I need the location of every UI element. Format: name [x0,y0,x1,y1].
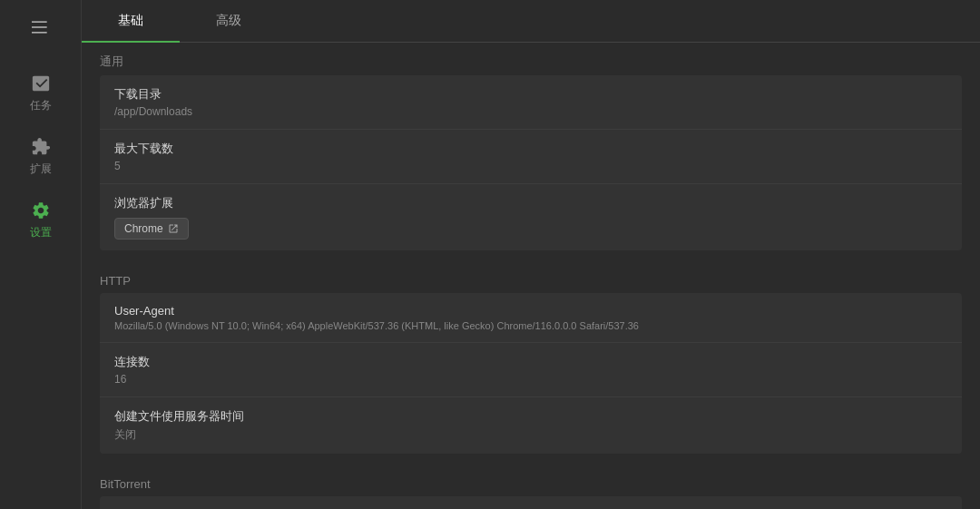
download-dir-row: 下载目录 /app/Downloads [100,75,962,130]
http-settings-group: User-Agent Mozilla/5.0 (Windows NT 10.0;… [100,293,962,454]
max-downloads-label: 最大下载数 [114,141,947,157]
settings-content: 通用 下载目录 /app/Downloads 最大下载数 5 浏览器扩展 Chr… [82,43,980,509]
settings-icon [30,200,52,221]
connections-value: 16 [114,373,947,386]
sidebar: 任务 扩展 设置 [0,0,82,509]
sidebar-item-tasks-label: 任务 [30,98,52,113]
svg-rect-1 [32,26,47,28]
sidebar-item-settings[interactable]: 设置 [9,191,73,250]
sidebar-item-tasks[interactable]: 任务 [9,64,73,122]
server-time-value: 关闭 [114,427,947,443]
chrome-button[interactable]: Chrome [114,218,189,240]
bittorrent-section-title: BitTorrent [100,466,962,496]
connections-row: 连接数 16 [100,343,962,397]
main-content: 基础 高级 通用 下载目录 /app/Downloads 最大下载数 5 浏览器… [82,0,980,509]
max-downloads-row: 最大下载数 5 [100,130,962,184]
task-icon [30,73,52,94]
chrome-button-label: Chrome [124,222,163,235]
extension-icon [30,136,52,158]
http-section-title: HTTP [100,263,962,293]
sidebar-item-settings-label: 设置 [30,225,52,240]
port-row: 端口 0 [100,496,962,509]
download-dir-label: 下载目录 [114,86,947,103]
user-agent-label: User-Agent [114,304,947,318]
download-dir-value: /app/Downloads [114,105,947,118]
max-downloads-value: 5 [114,160,947,172]
external-link-icon [168,223,179,234]
tab-advanced[interactable]: 高级 [180,0,278,42]
browser-extension-label: 浏览器扩展 [114,195,947,211]
general-section-title: 通用 [100,43,962,75]
bittorrent-settings-group: 端口 0 [100,496,962,509]
server-time-row: 创建文件使用服务器时间 关闭 [100,397,962,454]
general-settings-group: 下载目录 /app/Downloads 最大下载数 5 浏览器扩展 Chrome [100,75,962,250]
tab-basic[interactable]: 基础 [82,0,180,42]
sidebar-item-extensions[interactable]: 扩展 [9,127,73,186]
tab-bar: 基础 高级 [82,0,980,43]
user-agent-row: User-Agent Mozilla/5.0 (Windows NT 10.0;… [100,293,962,343]
svg-rect-0 [32,21,47,23]
user-agent-value: Mozilla/5.0 (Windows NT 10.0; Win64; x64… [114,320,947,331]
sidebar-item-extensions-label: 扩展 [30,162,52,177]
svg-rect-2 [32,32,47,34]
menu-icon[interactable] [23,9,59,45]
server-time-label: 创建文件使用服务器时间 [114,408,947,425]
browser-extension-row: 浏览器扩展 Chrome [100,184,962,250]
connections-label: 连接数 [114,354,947,370]
